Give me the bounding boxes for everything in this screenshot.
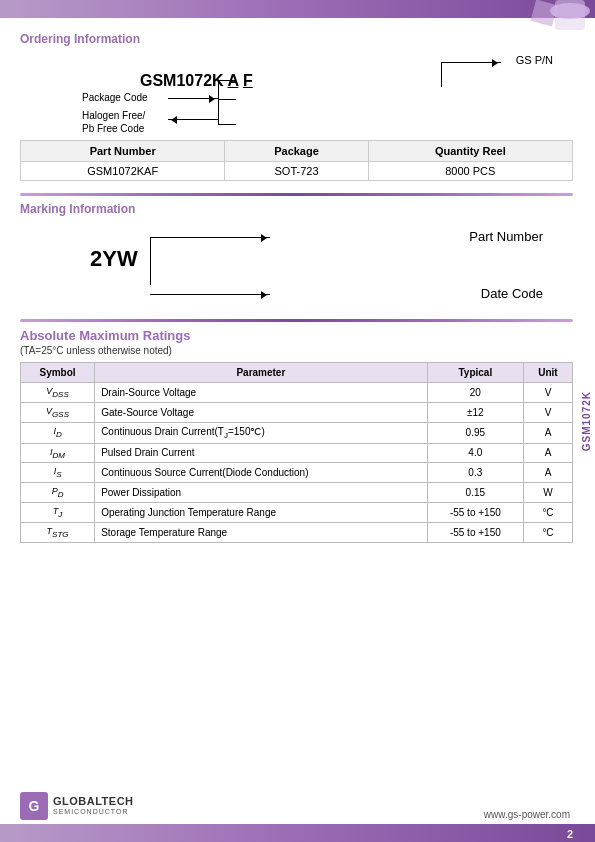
col-package: Package <box>225 141 368 162</box>
pn-f: F <box>243 72 253 89</box>
symbol-cell: TJ <box>21 502 95 522</box>
col-quantity-reel: Quantity Reel <box>368 141 572 162</box>
quantity-cell: 8000 PCS <box>368 162 572 181</box>
website-url: www.gs-power.com <box>484 809 570 820</box>
package-code-arrow <box>168 98 218 99</box>
part-number-cell: GSM1072KAF <box>21 162 225 181</box>
symbol-cell: VGSS <box>21 402 95 422</box>
table-row: TSTG Storage Temperature Range -55 to +1… <box>21 522 573 542</box>
marking-title: Marking Information <box>20 202 573 216</box>
table-row: PD Power Dissipation 0.15 W <box>21 483 573 503</box>
table-row: TJ Operating Junction Temperature Range … <box>21 502 573 522</box>
section-divider-1 <box>20 193 573 196</box>
gs-pn-arrow <box>441 62 501 63</box>
gs-pn-label: GS P/N <box>516 54 553 66</box>
table-row: VGSS Gate-Source Voltage ±12 V <box>21 402 573 422</box>
table-row: GSM1072KAF SOT-723 8000 PCS <box>21 162 573 181</box>
typical-cell: -55 to +150 <box>427 522 523 542</box>
marking-section: Marking Information Part Number 2YW Date… <box>20 202 573 309</box>
halogen-arrow <box>168 119 218 120</box>
amr-col-typical: Typical <box>427 363 523 383</box>
typical-cell: 20 <box>427 383 523 403</box>
gs-pn-vline <box>441 62 442 87</box>
section-divider-2 <box>20 319 573 322</box>
amr-note: (TA=25°C unless otherwise noted) <box>20 345 573 356</box>
symbol-cell: VDSS <box>21 383 95 403</box>
typical-cell: 0.3 <box>427 463 523 483</box>
param-cell: Power Dissipation <box>95 483 428 503</box>
amr-col-unit: Unit <box>524 363 573 383</box>
param-cell: Continuous Source Current(Diode Conducti… <box>95 463 428 483</box>
amr-col-symbol: Symbol <box>21 363 95 383</box>
table-row: IS Continuous Source Current(Diode Condu… <box>21 463 573 483</box>
connector-hline-top <box>218 80 236 81</box>
table-row: VDSS Drain-Source Voltage 20 V <box>21 383 573 403</box>
pn-diagram: GS P/N GSM1072K A F Package Code Halogen… <box>80 54 573 134</box>
unit-cell: A <box>524 443 573 463</box>
date-code-arrow <box>150 294 270 295</box>
param-cell: Pulsed Drain Current <box>95 443 428 463</box>
amr-table: Symbol Parameter Typical Unit VDSS Drain… <box>20 362 573 543</box>
bottom-decorative-bar <box>0 824 595 842</box>
unit-cell: °C <box>524 522 573 542</box>
unit-cell: V <box>524 402 573 422</box>
unit-cell: A <box>524 463 573 483</box>
part-number-display: GSM1072K A F <box>140 72 253 90</box>
package-code-label: Package Code <box>82 92 148 103</box>
ordering-table: Part Number Package Quantity Reel GSM107… <box>20 140 573 181</box>
ordering-title: Ordering Information <box>20 32 573 46</box>
ordering-section: Ordering Information GS P/N GSM1072K A F… <box>20 32 573 181</box>
marking-diagram: Part Number 2YW Date Code <box>70 224 573 309</box>
date-code-label: Date Code <box>481 286 543 301</box>
symbol-cell: IS <box>21 463 95 483</box>
symbol-cell: ID <box>21 422 95 443</box>
amr-col-parameter: Parameter <box>95 363 428 383</box>
unit-cell: °C <box>524 502 573 522</box>
connector-hline-mid <box>218 99 236 100</box>
typical-cell: 0.15 <box>427 483 523 503</box>
typical-cell: 0.95 <box>427 422 523 443</box>
typical-cell: 4.0 <box>427 443 523 463</box>
typical-cell: -55 to +150 <box>427 502 523 522</box>
part-number-label: Part Number <box>469 229 543 244</box>
param-cell: Drain-Source Voltage <box>95 383 428 403</box>
logo-subtitle: SEMICONDUCTOR <box>53 808 134 816</box>
param-cell: Operating Junction Temperature Range <box>95 502 428 522</box>
col-part-number: Part Number <box>21 141 225 162</box>
amr-section: Absolute Maximum Ratings (TA=25°C unless… <box>20 328 573 543</box>
table-row: ID Continuous Drain Current(TJ=150℃) 0.9… <box>21 422 573 443</box>
unit-cell: A <box>524 422 573 443</box>
unit-cell: V <box>524 383 573 403</box>
halogen-label: Halogen Free/Pb Free Code <box>82 109 145 135</box>
page-number: 2 <box>567 828 573 840</box>
param-cell: Gate-Source Voltage <box>95 402 428 422</box>
typical-cell: ±12 <box>427 402 523 422</box>
halogen-label-text: Halogen Free/Pb Free Code <box>82 110 145 134</box>
param-cell: Continuous Drain Current(TJ=150℃) <box>95 422 428 443</box>
part-num-arrow <box>150 237 270 238</box>
symbol-cell: IDM <box>21 443 95 463</box>
marking-code: 2YW <box>90 246 138 272</box>
side-label: GSM1072K <box>577 361 595 481</box>
symbol-cell: PD <box>21 483 95 503</box>
marking-vline <box>150 237 151 285</box>
symbol-cell: TSTG <box>21 522 95 542</box>
pn-base: GSM1072K <box>140 72 227 89</box>
main-content: Ordering Information GS P/N GSM1072K A F… <box>20 22 573 802</box>
unit-cell: W <box>524 483 573 503</box>
package-cell: SOT-723 <box>225 162 368 181</box>
amr-title: Absolute Maximum Ratings <box>20 328 573 343</box>
table-row: IDM Pulsed Drain Current 4.0 A <box>21 443 573 463</box>
connector-hline-bot <box>218 124 236 125</box>
param-cell: Storage Temperature Range <box>95 522 428 542</box>
